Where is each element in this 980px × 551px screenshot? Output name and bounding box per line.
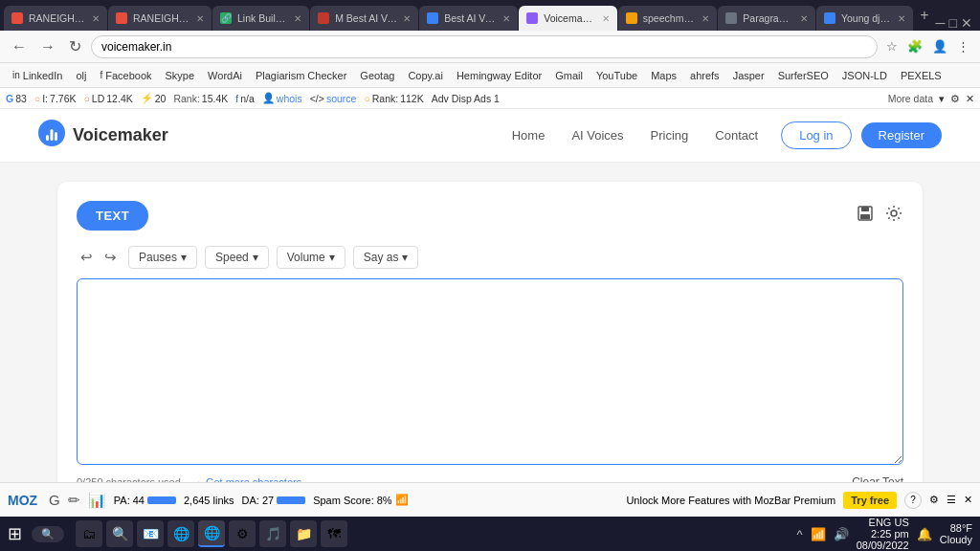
tab-close-6[interactable]: ✕ xyxy=(602,13,610,24)
browser-tab-6[interactable]: Voicemaker -... ✕ xyxy=(519,6,617,31)
seo-whois-link[interactable]: whois xyxy=(277,93,302,104)
bookmark-linkedin[interactable]: in LinkedIn xyxy=(8,68,67,83)
close-button[interactable]: ✕ xyxy=(961,15,972,31)
volume-button[interactable]: Volume ▾ xyxy=(277,246,345,269)
back-button[interactable]: ← xyxy=(8,36,31,57)
moz-settings-icon[interactable]: ⚙ xyxy=(929,494,939,506)
pauses-button[interactable]: Pauses ▾ xyxy=(128,246,197,269)
undo-button[interactable]: ↩ xyxy=(77,247,97,268)
browser-tab-7[interactable]: speechmaker... ✕ xyxy=(618,6,718,31)
seo-source[interactable]: </> source xyxy=(310,93,357,104)
moz-g-icon[interactable]: G xyxy=(49,492,60,508)
seo-more-data[interactable]: More data xyxy=(888,93,933,104)
taskbar-up-arrow-icon[interactable]: ^ xyxy=(797,527,803,541)
bookmark-plagiarism[interactable]: Plagiarism Checker xyxy=(251,68,351,83)
redo-button[interactable]: ↪ xyxy=(100,247,121,268)
start-button[interactable]: ⊞ xyxy=(8,523,22,544)
minimize-button[interactable]: ─ xyxy=(936,15,946,31)
taskbar-search[interactable]: 🔍 xyxy=(32,526,64,542)
bookmark-geotag[interactable]: Geotag xyxy=(355,68,399,83)
taskbar-app-chrome[interactable]: 🌐 xyxy=(198,520,225,547)
seo-whois[interactable]: 👤 whois xyxy=(262,92,302,104)
bookmark-maps[interactable]: Maps xyxy=(646,68,681,83)
browser-tab-3[interactable]: 🔗 Link Building... ✕ xyxy=(212,6,309,31)
browser-tab-1[interactable]: RANEIGHIA R... ✕ xyxy=(4,6,107,31)
say-as-button[interactable]: Say as ▾ xyxy=(353,246,419,269)
nav-link-home[interactable]: Home xyxy=(512,128,546,143)
nav-link-contact[interactable]: Contact xyxy=(715,128,758,143)
tab-close-4[interactable]: ✕ xyxy=(403,13,411,24)
browser-tab-5[interactable]: Best AI Voice... ✕ xyxy=(419,6,518,31)
speed-button[interactable]: Speed ▾ xyxy=(205,246,269,269)
moz-try-free-button[interactable]: Try free xyxy=(843,492,897,509)
tab-close-7[interactable]: ✕ xyxy=(702,13,709,24)
text-mode-button[interactable]: TEXT xyxy=(77,201,148,231)
settings-icon[interactable] xyxy=(884,204,903,228)
bookmark-gmail[interactable]: Gmail xyxy=(550,68,588,83)
taskbar-app-7[interactable]: 📁 xyxy=(290,520,317,547)
seo-adv-value: Adv Disp Ads 1 xyxy=(432,93,500,104)
moz-close-icon[interactable]: ✕ xyxy=(964,494,972,506)
wifi-icon[interactable]: 📶 xyxy=(811,527,826,541)
moz-pencil-icon[interactable]: ✏ xyxy=(68,492,80,509)
browser-tab-4[interactable]: M Best AI Voice... ✕ xyxy=(310,6,418,31)
browser-tab-8[interactable]: Paragraph G... ✕ xyxy=(718,6,815,31)
taskbar-app-3[interactable]: 📧 xyxy=(137,520,164,547)
bookmark-ahrefs[interactable]: ahrefs xyxy=(685,68,724,83)
tab-close-9[interactable]: ✕ xyxy=(898,13,905,24)
bookmark-facebook[interactable]: f Facebook xyxy=(95,68,156,83)
bookmark-pexels[interactable]: PEXELS xyxy=(896,68,947,83)
bookmark-jasper[interactable]: Jasper xyxy=(728,68,769,83)
moz-help-button[interactable]: ? xyxy=(904,492,922,509)
seo-settings-icon[interactable]: ⚙ xyxy=(950,93,960,104)
bookmark-olj[interactable]: olj xyxy=(71,68,91,83)
moz-graph-icon[interactable]: 📊 xyxy=(88,492,106,509)
seo-close-icon[interactable]: ✕ xyxy=(966,93,974,104)
bookmark-wordai[interactable]: WordAi xyxy=(203,68,247,83)
tab-close-3[interactable]: ✕ xyxy=(294,13,301,24)
moz-list-icon[interactable]: ☰ xyxy=(947,494,956,506)
address-bar[interactable] xyxy=(91,35,878,58)
maximize-button[interactable]: □ xyxy=(949,15,957,31)
bookmark-surfer[interactable]: SurferSEO xyxy=(773,68,834,83)
refresh-button[interactable]: ↻ xyxy=(65,35,85,57)
taskbar-app-2[interactable]: 🔍 xyxy=(106,520,133,547)
toolbar-icons: ☆ 🧩 👤 ⋮ xyxy=(883,37,972,55)
forward-button[interactable]: → xyxy=(36,36,59,57)
bookmark-skype[interactable]: Skype xyxy=(161,68,200,83)
tab-close-2[interactable]: ✕ xyxy=(196,13,204,24)
browser-tab-9[interactable]: Young dj wor... ✕ xyxy=(816,6,913,31)
taskbar-app-5[interactable]: ⚙ xyxy=(229,520,256,547)
profile-icon[interactable]: 👤 xyxy=(929,37,950,55)
tab-close-1[interactable]: ✕ xyxy=(92,13,100,24)
browser-tab-2[interactable]: RANEIGHIA R... ✕ xyxy=(108,6,212,31)
menu-icon[interactable]: ⋮ xyxy=(954,37,972,55)
new-tab-button[interactable]: + xyxy=(914,7,934,24)
register-button[interactable]: Register xyxy=(861,122,942,148)
extensions-icon[interactable]: 🧩 xyxy=(904,37,925,55)
taskbar-app-4[interactable]: 🌐 xyxy=(167,520,194,547)
taskbar-app-8[interactable]: 🗺 xyxy=(321,520,347,547)
seo-source-link[interactable]: source xyxy=(326,93,357,104)
bookmark-facebook-label: Facebook xyxy=(105,70,151,81)
bookmark-youtube[interactable]: YouTube xyxy=(591,68,642,83)
nav-link-ai-voices[interactable]: AI Voices xyxy=(571,128,623,143)
tab-close-5[interactable]: ✕ xyxy=(502,13,510,24)
login-button[interactable]: Log in xyxy=(781,121,851,149)
save-icon[interactable] xyxy=(856,204,875,228)
bookmark-copyai[interactable]: Copy.ai xyxy=(403,68,447,83)
pauses-label: Pauses xyxy=(139,251,177,264)
bookmark-icon[interactable]: ☆ xyxy=(883,37,901,55)
bookmark-jsonld[interactable]: JSON-LD xyxy=(837,68,892,83)
volume-icon[interactable]: 🔊 xyxy=(834,527,849,541)
taskbar-weather[interactable]: 88°F Cloudy xyxy=(940,522,972,545)
taskbar-app-1[interactable]: 🗂 xyxy=(76,520,102,547)
taskbar-app-6[interactable]: 🎵 xyxy=(259,520,286,547)
bookmark-hemingway[interactable]: Hemingway Editor xyxy=(452,68,546,83)
nav-link-pricing[interactable]: Pricing xyxy=(651,128,689,143)
taskbar-clock[interactable]: ENG US 2:25 pm 08/09/2022 xyxy=(857,517,909,551)
voicemaker-logo[interactable]: Voicemaker xyxy=(38,120,168,152)
notification-icon[interactable]: 🔔 xyxy=(917,527,932,541)
tab-close-8[interactable]: ✕ xyxy=(800,13,808,24)
text-input[interactable] xyxy=(77,278,903,465)
